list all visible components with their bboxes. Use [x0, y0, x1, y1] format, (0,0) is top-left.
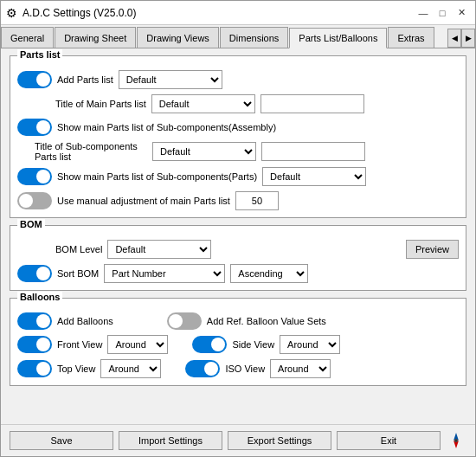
bom-level-label: BOM Level [55, 244, 102, 254]
front-view-label: Front View [57, 339, 102, 350]
title-main-parts-input[interactable] [261, 94, 364, 113]
manual-adjust-input[interactable] [235, 191, 279, 210]
show-main-parts-assembly-toggle[interactable] [17, 119, 52, 136]
close-button[interactable]: ✕ [453, 5, 470, 21]
title-sub-label: Title of Sub-components Parts list [35, 141, 147, 162]
manual-adjust-label: Use manual adjustment of main Parts list [57, 196, 230, 206]
tab-extras[interactable]: Extras [388, 27, 434, 48]
show-main-parts-assembly-row: Show main Parts list of Sub-components(A… [17, 119, 459, 136]
balloons-title: Balloons [17, 292, 62, 302]
show-main-parts-parts-row: Show main Parts list of Sub-components(P… [17, 167, 459, 186]
title-main-parts-row: Title of Main Parts list Default Custom [55, 94, 459, 113]
add-parts-list-label: Add Parts list [57, 74, 113, 85]
add-parts-list-row: Add Parts list Default Custom [17, 70, 459, 89]
front-view-dropdown[interactable]: Around Inside Outside [107, 335, 168, 354]
preview-button[interactable]: Preview [406, 240, 459, 259]
bom-level-row: BOM Level Default Level 1 Level 2 Previe… [55, 240, 459, 259]
maximize-button[interactable]: □ [434, 5, 451, 21]
top-view-label: Top View [57, 364, 95, 374]
app-icon: ⚙ [6, 6, 17, 20]
add-parts-list-toggle[interactable] [17, 71, 52, 88]
sort-bom-row: Sort BOM Part Number Name Quantity Ascen… [17, 264, 459, 283]
front-side-view-row: Front View Around Inside Outside Side Vi… [17, 335, 459, 354]
front-view-toggle[interactable] [17, 336, 52, 353]
minimize-button[interactable]: — [415, 5, 432, 21]
side-view-toggle[interactable] [192, 336, 227, 353]
tab-drawing-views[interactable]: Drawing Views [137, 27, 219, 48]
save-button[interactable]: Save [10, 431, 113, 450]
title-sub-row: Title of Sub-components Parts list Defau… [35, 141, 459, 162]
title-bar: ⚙ A.D.C Settings (V25.0.0) — □ ✕ [1, 1, 475, 25]
sort-bom-field-dropdown[interactable]: Part Number Name Quantity [104, 264, 225, 283]
top-view-dropdown[interactable]: Around Inside Outside [100, 359, 161, 378]
manual-adjust-row: Use manual adjustment of main Parts list [17, 191, 459, 210]
main-window: ⚙ A.D.C Settings (V25.0.0) — □ ✕ General… [0, 0, 476, 457]
add-ref-balloon-toggle[interactable] [167, 312, 202, 330]
svg-point-2 [454, 439, 458, 442]
iso-view-toggle[interactable] [185, 360, 220, 377]
tab-nav-right[interactable]: ▶ [461, 29, 475, 48]
exit-button[interactable]: Exit [337, 431, 441, 450]
title-main-parts-label: Title of Main Parts list [55, 99, 146, 109]
tab-parts-list-balloons[interactable]: Parts List/Balloons [289, 28, 387, 48]
footer: Save Import Settings Export Settings Exi… [1, 424, 475, 456]
manual-adjust-toggle[interactable] [17, 192, 52, 209]
sort-bom-order-dropdown[interactable]: Ascending Descending [230, 264, 308, 283]
parts-list-section: Parts list Add Parts list Default Custom… [10, 55, 466, 218]
export-settings-button[interactable]: Export Settings [228, 431, 331, 450]
bom-title: BOM [17, 219, 45, 229]
tab-bar: General Drawing Sheet Drawing Views Dime… [1, 25, 475, 48]
iso-view-dropdown[interactable]: Around Inside Outside [270, 359, 331, 378]
show-main-parts-parts-dropdown[interactable]: Default Custom [262, 167, 366, 186]
top-view-toggle[interactable] [17, 360, 52, 377]
iso-view-label: ISO View [225, 364, 265, 374]
add-balloons-toggle[interactable] [17, 312, 52, 330]
title-main-parts-dropdown[interactable]: Default Custom [151, 94, 255, 113]
bom-level-dropdown[interactable]: Default Level 1 Level 2 [107, 240, 211, 259]
import-settings-button[interactable]: Import Settings [119, 431, 222, 450]
tab-general[interactable]: General [1, 27, 54, 48]
parts-list-title: Parts list [17, 49, 62, 60]
show-main-parts-parts-toggle[interactable] [17, 168, 52, 185]
side-view-label: Side View [232, 339, 274, 350]
title-sub-input[interactable] [261, 142, 365, 161]
balloons-section: Balloons Add Balloons Add Ref. Balloon V… [10, 298, 466, 386]
content-area: Parts list Add Parts list Default Custom… [1, 48, 475, 424]
add-parts-list-dropdown[interactable]: Default Custom [119, 70, 222, 89]
tab-drawing-sheet[interactable]: Drawing Sheet [55, 27, 136, 48]
add-ref-balloon-label: Add Ref. Balloon Value Sets [207, 316, 326, 326]
compass-icon [446, 430, 466, 451]
side-view-dropdown[interactable]: Around Inside Outside [280, 335, 340, 354]
sort-bom-label: Sort BOM [57, 268, 99, 279]
add-balloons-label: Add Balloons [57, 316, 113, 326]
tab-dimensions[interactable]: Dimensions [220, 27, 288, 48]
add-balloons-row: Add Balloons Add Ref. Balloon Value Sets [17, 312, 459, 330]
title-sub-dropdown[interactable]: Default Custom [152, 142, 256, 161]
window-title: A.D.C Settings (V25.0.0) [23, 7, 136, 19]
show-main-parts-assembly-label: Show main Parts list of Sub-components(A… [57, 122, 276, 132]
tab-nav-left[interactable]: ◀ [447, 29, 461, 48]
sort-bom-toggle[interactable] [17, 265, 52, 282]
bom-section: BOM BOM Level Default Level 1 Level 2 Pr… [10, 225, 466, 291]
top-iso-view-row: Top View Around Inside Outside ISO View … [17, 359, 459, 378]
show-main-parts-parts-label: Show main Parts list of Sub-components(P… [57, 171, 257, 182]
